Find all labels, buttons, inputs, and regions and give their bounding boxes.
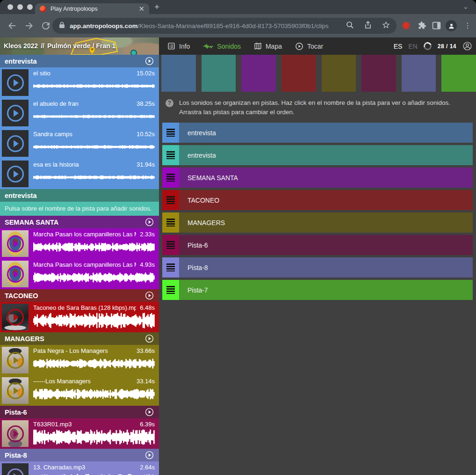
clip-row[interactable]: el sitio 15.02s: [0, 67, 159, 98]
clip-thumbnail[interactable]: [2, 161, 29, 187]
track-row[interactable]: entrevista: [162, 123, 473, 143]
clip-row[interactable]: esa es la historia 31.94s: [0, 159, 159, 189]
drag-handle[interactable]: [162, 235, 179, 255]
play-clip-icon[interactable]: [6, 234, 25, 253]
clip-row[interactable]: Pata Negra - Los Managers 33.66s: [0, 345, 159, 375]
drag-handle[interactable]: [162, 190, 179, 210]
zoom-page-icon[interactable]: [346, 21, 354, 31]
play-clip-icon[interactable]: [6, 265, 25, 284]
clip-row[interactable]: Marcha Pasan los campanilleros Las Mejor…: [0, 259, 159, 289]
clip-waveform[interactable]: [33, 78, 155, 95]
drag-handle[interactable]: [162, 257, 179, 278]
clip-thumbnail[interactable]: [2, 420, 29, 447]
window-controls[interactable]: [7, 4, 33, 10]
clip-waveform[interactable]: [33, 472, 155, 475]
track-row[interactable]: Pista-7: [162, 280, 473, 300]
track-row[interactable]: Pista-8: [162, 257, 473, 278]
play-clip-icon[interactable]: [6, 134, 25, 153]
clip-waveform[interactable]: [33, 108, 155, 125]
close-tab-icon[interactable]: ✕: [138, 5, 144, 12]
address-bar[interactable]: app.antropoloops.com/Kleos-Santa-Marina/…: [52, 18, 397, 34]
minimize-window-button[interactable]: [17, 4, 23, 10]
track-header[interactable]: Pista-6: [0, 406, 159, 418]
play-clip-icon[interactable]: [6, 424, 25, 443]
clip-waveform[interactable]: [33, 269, 155, 286]
reload-button[interactable]: [40, 20, 51, 31]
clip-thumbnail[interactable]: [2, 69, 29, 96]
track-row[interactable]: TACONEO: [162, 190, 473, 210]
play-track-icon[interactable]: [144, 450, 154, 460]
drag-handle[interactable]: [162, 168, 179, 188]
track-row[interactable]: MANAGERS: [162, 212, 473, 233]
browser-profile-avatar[interactable]: [446, 20, 457, 31]
bookmark-star-icon[interactable]: [382, 21, 390, 31]
clip-row[interactable]: Sandra camps 10.52s: [0, 128, 159, 159]
extensions-puzzle-icon[interactable]: [417, 21, 427, 32]
clip-row[interactable]: 13. Charradas.mp3 2.64s: [0, 461, 159, 475]
drag-handle[interactable]: [162, 123, 179, 143]
drag-handle[interactable]: [162, 145, 179, 165]
clip-thumbnail[interactable]: [2, 347, 29, 373]
play-clip-icon[interactable]: [6, 381, 25, 400]
nav-info[interactable]: Info: [167, 42, 190, 50]
zoom-window-button[interactable]: [27, 4, 33, 10]
clip-waveform[interactable]: [33, 355, 155, 372]
lang-es-button[interactable]: ES: [394, 43, 403, 50]
clip-row[interactable]: Taconeo de Sara Baras (128 kbps).mp3 6.4…: [0, 302, 159, 332]
play-clip-icon[interactable]: [6, 165, 25, 183]
side-panel-icon[interactable]: [432, 21, 441, 32]
clip-thumbnail[interactable]: [2, 463, 29, 475]
clip-row[interactable]: el abuelo de fran 38.25s: [0, 98, 159, 128]
tab-search-chevron-icon[interactable]: ⌄: [462, 2, 469, 11]
track-row[interactable]: Pista-6: [162, 235, 473, 255]
close-window-button[interactable]: [7, 4, 13, 10]
drag-handle[interactable]: [162, 212, 179, 233]
clip-row[interactable]: T633R01.mp3 6.39s: [0, 418, 159, 449]
account-circle-icon[interactable]: [462, 41, 472, 51]
clip-waveform[interactable]: [33, 139, 155, 155]
remix-cover-map-image[interactable]: Kleos 2022//Pulmón verde / Fran 1: [0, 37, 159, 55]
track-header[interactable]: TACONEO: [0, 289, 159, 302]
track-header[interactable]: MANAGERS: [0, 332, 159, 345]
clip-row[interactable]: ------Los Mananagers 33.14s: [0, 375, 159, 406]
breadcrumb-project[interactable]: Kleos 2022: [4, 42, 38, 50]
share-icon[interactable]: [364, 21, 372, 31]
play-clip-icon[interactable]: [6, 468, 25, 475]
play-track-icon[interactable]: [144, 334, 154, 343]
track-header[interactable]: Pista-8: [0, 449, 159, 461]
clip-waveform[interactable]: [33, 429, 155, 446]
clip-waveform[interactable]: [33, 312, 155, 329]
recording-extension-icon[interactable]: [403, 22, 409, 29]
play-clip-icon[interactable]: [6, 308, 25, 327]
nav-sonidos[interactable]: Sonidos: [203, 43, 241, 50]
clip-waveform[interactable]: [33, 169, 155, 186]
track-header[interactable]: entrevista: [0, 189, 159, 202]
clip-thumbnail[interactable]: [2, 377, 29, 404]
forward-button[interactable]: [23, 20, 35, 31]
clip-thumbnail[interactable]: [2, 261, 29, 287]
track-header[interactable]: SEMANA SANTA: [0, 216, 159, 228]
clip-thumbnail[interactable]: [2, 230, 29, 257]
track-header[interactable]: entrevista: [0, 55, 159, 67]
track-row[interactable]: entrevista: [162, 145, 473, 165]
clip-row[interactable]: Marcha Pasan los campanilleros Las Mejor…: [0, 228, 159, 259]
play-clip-icon[interactable]: [6, 73, 25, 92]
browser-tab[interactable]: Play Antropoloops ✕: [35, 3, 149, 14]
nav-mapa[interactable]: Mapa: [254, 42, 282, 50]
play-track-icon[interactable]: [144, 217, 154, 227]
browser-menu-kebab-icon[interactable]: ⋮: [464, 20, 471, 31]
play-track-icon[interactable]: [144, 407, 154, 417]
clip-thumbnail[interactable]: [2, 304, 29, 330]
back-button[interactable]: [7, 20, 18, 31]
play-track-icon[interactable]: [144, 56, 154, 66]
drag-handle[interactable]: [162, 280, 179, 300]
new-tab-button[interactable]: +: [154, 2, 159, 12]
clip-waveform[interactable]: [33, 239, 155, 256]
play-clip-icon[interactable]: [6, 104, 25, 123]
track-row[interactable]: SEMANA SANTA: [162, 168, 473, 188]
play-track-icon[interactable]: [144, 291, 154, 300]
clip-thumbnail[interactable]: [2, 100, 29, 126]
nav-tocar[interactable]: Tocar: [295, 42, 323, 51]
lock-icon[interactable]: [59, 22, 65, 30]
lang-en-button[interactable]: EN: [408, 43, 417, 50]
